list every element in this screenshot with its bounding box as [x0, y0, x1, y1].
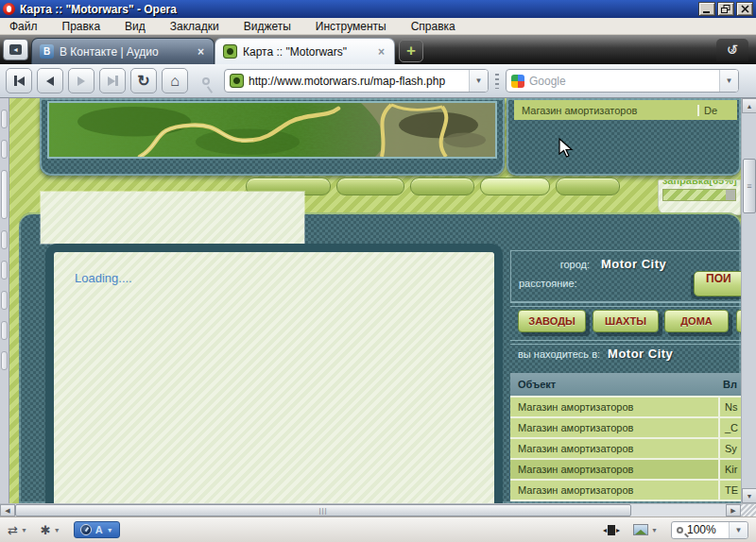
cell-owner: Sy: [718, 439, 741, 458]
menu-tools[interactable]: Инструменты: [316, 20, 387, 33]
url-dropdown-button[interactable]: ▼: [469, 70, 488, 92]
reload-button[interactable]: ↻: [130, 68, 157, 93]
vk-favicon: B: [40, 44, 54, 59]
table-row-partial: [510, 500, 741, 501]
back-icon: [46, 76, 54, 86]
search-placeholder[interactable]: Google: [529, 75, 714, 88]
back-button[interactable]: [37, 68, 63, 93]
splitter-bump: [1, 291, 8, 310]
zoom-dropdown-button[interactable]: ▼: [729, 522, 747, 538]
opera-link-button[interactable]: ⇄ ▼: [8, 523, 27, 537]
menu-help[interactable]: Справка: [411, 20, 455, 33]
search-dropdown-button[interactable]: ▼: [719, 70, 738, 92]
cell-object: Магазин амортизаторов: [510, 401, 718, 413]
new-tab-button[interactable]: +: [399, 40, 423, 62]
restore-button[interactable]: [717, 2, 734, 16]
scroll-down-button[interactable]: ▼: [742, 488, 756, 503]
vertical-scroll-thumb[interactable]: ≡: [743, 159, 756, 213]
splitter-bump: [1, 230, 8, 249]
table-row[interactable]: Магазин амортизаторов Sy: [510, 437, 741, 458]
map-tab-button-4[interactable]: [480, 178, 550, 195]
menu-edit[interactable]: Правка: [62, 20, 101, 33]
right-arrow-icon: ▶: [730, 507, 735, 515]
menu-file[interactable]: Файл: [9, 20, 38, 33]
factories-button[interactable]: ЗАВОДЫ: [518, 310, 586, 332]
secure-button[interactable]: [193, 68, 219, 93]
scroll-right-button[interactable]: ▶: [726, 504, 741, 517]
horizontal-scrollbar[interactable]: ◀ ||| ▶: [0, 503, 756, 517]
menu-widgets[interactable]: Виджеты: [244, 20, 291, 33]
gauge-icon: [80, 524, 92, 535]
page-content: Магазин амортизаторов De заправка[65%]: [0, 98, 756, 503]
map-tab-button-2[interactable]: [336, 178, 404, 195]
map-tab-button-3[interactable]: [410, 178, 474, 195]
panels-toggle-button[interactable]: ◂: [3, 39, 28, 60]
houses-button[interactable]: ДОМА: [664, 310, 729, 332]
fast-forward-button[interactable]: [99, 68, 126, 93]
fuel-progress-fill: [663, 190, 726, 200]
zoom-level: 100%: [687, 523, 725, 536]
zoom-control[interactable]: 100% ▼: [671, 521, 748, 539]
search-field[interactable]: Google ▼: [506, 69, 739, 93]
tab-close-icon[interactable]: ×: [196, 45, 206, 59]
resize-grip[interactable]: [741, 504, 756, 517]
thumb-grip-icon: |||: [318, 506, 327, 515]
city-map[interactable]: [47, 101, 497, 159]
mines-button[interactable]: ШАХТЫ: [593, 310, 659, 332]
tab-label: В Контакте | Аудио: [60, 45, 190, 59]
minimize-button[interactable]: [698, 2, 715, 16]
motorwars-page: Магазин амортизаторов De заправка[65%]: [9, 98, 741, 503]
table-row[interactable]: Магазин амортизаторов TE: [510, 479, 741, 500]
rewind-button[interactable]: [6, 68, 32, 93]
home-button[interactable]: ⌂: [162, 68, 188, 93]
url-text[interactable]: http://www.motorwars.ru/map-flash.php: [249, 75, 464, 88]
scroll-track[interactable]: [631, 504, 726, 517]
map-tab-button-5[interactable]: [556, 178, 620, 195]
scroll-up-button[interactable]: ▲: [742, 98, 756, 113]
scroll-left-button[interactable]: ◀: [0, 504, 15, 517]
go-button[interactable]: ПОИ: [694, 271, 741, 296]
splitter-bump: [1, 110, 8, 128]
key-icon: [202, 77, 210, 85]
menu-bookmarks[interactable]: Закладки: [170, 20, 219, 33]
location-value: Motor City: [608, 347, 673, 361]
splitter-handle[interactable]: [1, 170, 8, 219]
tab-label: Карта :: "Motorwars": [243, 45, 370, 59]
table-row[interactable]: Магазин амортизаторов Ns: [510, 396, 741, 416]
tab-motorwars[interactable]: Карта :: "Motorwars" ×: [215, 38, 395, 64]
cell-object: Магазин амортизаторов: [510, 484, 718, 496]
forward-button[interactable]: [68, 68, 94, 93]
cell-object: Магазин амортизаторов: [510, 464, 718, 475]
url-field[interactable]: http://www.motorwars.ru/map-flash.php ▼: [224, 69, 489, 93]
map-frame: [40, 98, 505, 176]
tab-vkontakte[interactable]: B В Контакте | Аудио ×: [31, 38, 215, 64]
horizontal-scroll-thumb[interactable]: |||: [15, 504, 631, 517]
panel-splitter[interactable]: [0, 98, 9, 503]
image-toggle-button[interactable]: ▼: [633, 524, 658, 535]
table-header: Объект Вл: [510, 373, 741, 396]
cell-owner: Kir: [718, 460, 741, 479]
splitter-bump: [1, 140, 8, 159]
toolbar-splitter[interactable]: [495, 74, 499, 89]
splitter-bump: [1, 351, 8, 370]
opera-turbo-button[interactable]: ✱ ▼: [41, 523, 60, 537]
menu-view[interactable]: Вид: [125, 20, 146, 33]
table-row[interactable]: Магазин амортизаторов Kir: [510, 458, 741, 479]
opera-window: Карта :: "Motorwars" - Opera Файл Правка…: [0, 0, 756, 542]
cell-object: Магазин амортизаторов: [510, 422, 718, 433]
vertical-scrollbar[interactable]: ▲ ≡ ▼: [741, 98, 756, 503]
left-arrow-icon: ◀: [5, 507, 9, 515]
closed-tabs-button[interactable]: ↺ ×: [716, 39, 748, 61]
flash-map-panel[interactable]: Loading....: [45, 244, 503, 503]
close-button[interactable]: [736, 2, 753, 16]
tab-close-icon[interactable]: ×: [376, 45, 387, 59]
chevron-down-icon: ▼: [54, 527, 60, 534]
header-owner: Вл: [718, 379, 741, 390]
panel-strip: [41, 192, 304, 244]
city-value: Motor City: [601, 257, 666, 271]
table-row[interactable]: Магазин амортизаторов _C: [510, 416, 741, 437]
fit-to-width-button[interactable]: ◂▸: [603, 525, 620, 535]
turbo-indicator[interactable]: A ▼: [74, 521, 120, 538]
object-row[interactable]: Магазин амортизаторов De: [514, 100, 737, 120]
object-name: Магазин амортизаторов: [514, 105, 697, 116]
